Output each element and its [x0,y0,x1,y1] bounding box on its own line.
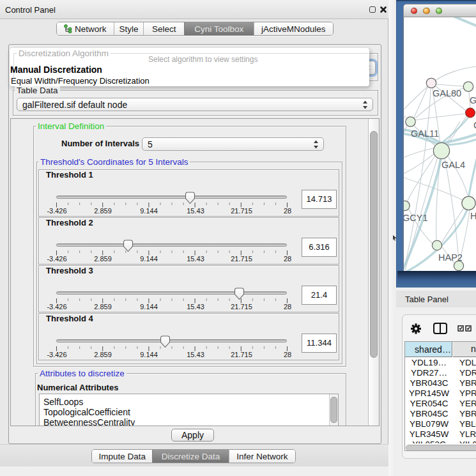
svg-text:GAL80: GAL80 [433,88,461,98]
svg-text:H: H [470,211,476,221]
svg-text:GCY1: GCY1 [404,213,428,223]
svg-text:GAL11: GAL11 [411,128,439,139]
svg-text:C: C [473,120,476,130]
svg-text:GA: GA [470,95,476,105]
svg-text:GAL4: GAL4 [441,160,465,170]
svg-text:HAP2: HAP2 [438,252,463,263]
